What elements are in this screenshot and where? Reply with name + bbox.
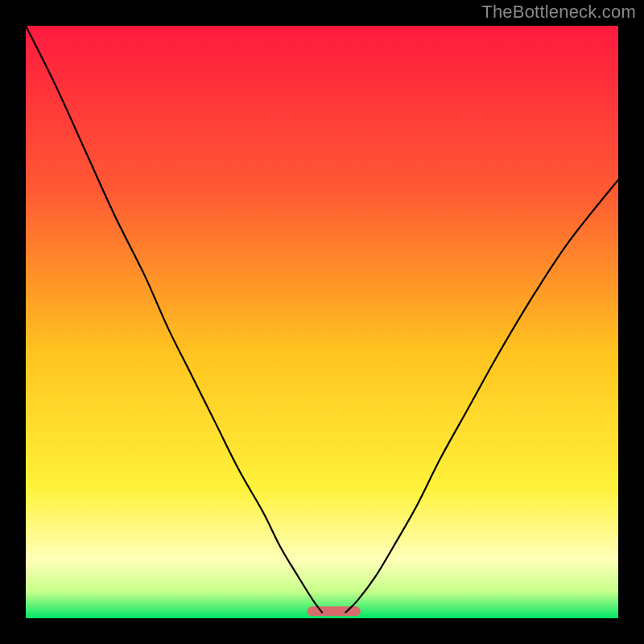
watermark-text: TheBottleneck.com	[481, 2, 636, 23]
chart-frame: TheBottleneck.com	[0, 0, 644, 644]
optimal-range-marker	[308, 606, 361, 616]
gradient-background	[26, 26, 618, 618]
bottleneck-plot	[26, 26, 618, 618]
